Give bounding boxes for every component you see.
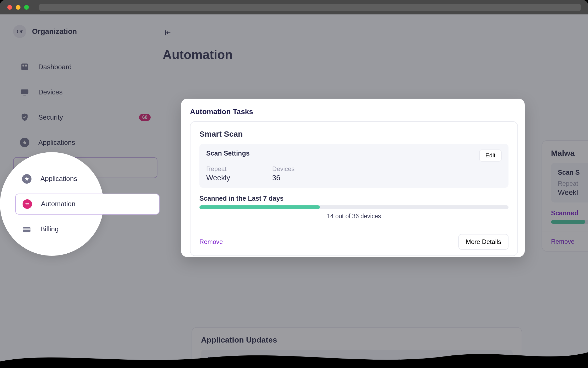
sidebar-item-label: Dashboard: [38, 63, 72, 71]
progress-caption: 14 out of 36 devices: [199, 213, 508, 220]
svg-rect-1: [23, 65, 24, 67]
svg-rect-8: [21, 192, 28, 193]
svg-rect-3: [21, 89, 28, 94]
repeat-label: Repeat: [206, 165, 230, 173]
settings-label: Scan Settings: [208, 355, 251, 363]
section-title: Automation Tasks: [190, 108, 518, 116]
card-title: Application Updates: [201, 335, 513, 344]
sidebar-item-label: Billing: [40, 225, 59, 233]
scan-settings-box: Scan Settings Edit Repeat Weekly Devices…: [199, 144, 508, 188]
sidebar-item-dashboard[interactable]: Dashboard: [13, 56, 157, 77]
edit-button[interactable]: Edit: [479, 150, 502, 162]
sidebar-item-billing[interactable]: Billing: [15, 219, 98, 240]
browser-titlebar: [0, 0, 588, 14]
svg-point-12: [26, 204, 27, 205]
devices-value: 36: [272, 174, 294, 182]
card-title: Smart Scan: [199, 130, 508, 138]
organization-avatar: Or: [13, 25, 26, 38]
page-title: Automation: [163, 47, 588, 62]
maximize-window-icon[interactable]: [24, 5, 29, 10]
repeat-value: Weekl: [558, 188, 578, 197]
collapse-sidebar-button[interactable]: [163, 28, 173, 38]
more-details-button[interactable]: More Details: [458, 234, 508, 250]
dashboard-icon: [20, 62, 29, 72]
sidebar-item-label: Devices: [38, 88, 62, 96]
sidebar-item-label: Automation: [41, 200, 76, 208]
svg-point-11: [28, 203, 29, 204]
security-badge: 60: [139, 114, 151, 121]
svg-rect-14: [23, 228, 30, 230]
automation-icon: [23, 199, 32, 209]
window-controls: [7, 5, 29, 10]
svg-rect-4: [23, 95, 26, 95]
sidebar-item-security[interactable]: Security 60: [13, 107, 157, 128]
shield-icon: [20, 113, 29, 122]
sidebar-item-label: Applications: [40, 175, 77, 183]
url-bar[interactable]: [39, 4, 581, 11]
progress-bar: [199, 205, 508, 209]
repeat-label: Repeat: [558, 180, 578, 187]
automation-tasks-panel: Automation Tasks Smart Scan Scan Setting…: [181, 99, 525, 257]
sidebar-item-label: Applications: [38, 138, 75, 147]
sidebar-item-applications[interactable]: Applications: [15, 168, 98, 189]
organization-switcher[interactable]: Or Organization: [13, 25, 157, 38]
svg-rect-2: [25, 65, 27, 67]
svg-point-10: [23, 216, 24, 218]
settings-label: Scan Settings: [206, 150, 250, 157]
automation-card-app-updates: Application Updates Scan Settings: [192, 327, 522, 368]
organization-name: Organization: [32, 27, 77, 36]
progress-bar: [551, 220, 588, 224]
close-window-icon[interactable]: [7, 5, 12, 10]
minimize-window-icon[interactable]: [16, 5, 20, 10]
automation-card-smart-scan: Smart Scan Scan Settings Edit Repeat Wee…: [190, 121, 518, 256]
devices-icon: [20, 87, 29, 97]
remove-link[interactable]: Remove: [551, 238, 574, 245]
applications-icon: [20, 138, 29, 147]
sidebar-item-applications[interactable]: Applications: [13, 132, 157, 153]
svg-point-5: [26, 167, 27, 167]
sidebar: Or Organization Dashboard Devices: [0, 14, 163, 368]
progress-fill: [199, 205, 320, 209]
automation-card-malware: Malwa Scan S Repeat Weekl: [542, 140, 588, 252]
repeat-value: Weekly: [206, 174, 230, 182]
billing-icon: [22, 225, 31, 234]
applications-icon: [22, 174, 31, 184]
card-title: Malwa: [551, 149, 588, 158]
devices-label: Devices: [272, 165, 294, 173]
sidebar-item-devices[interactable]: Devices: [13, 82, 157, 103]
sidebar-item-automation[interactable]: Automation: [15, 194, 160, 215]
remove-link[interactable]: Remove: [199, 238, 223, 246]
svg-rect-0: [21, 63, 28, 70]
scanned-label: Scanned in the Last 7 days: [199, 195, 508, 202]
settings-label: Scan S: [558, 169, 580, 176]
scanned-label: Scanned: [551, 209, 588, 217]
sidebar-item-label: Security: [38, 113, 63, 121]
